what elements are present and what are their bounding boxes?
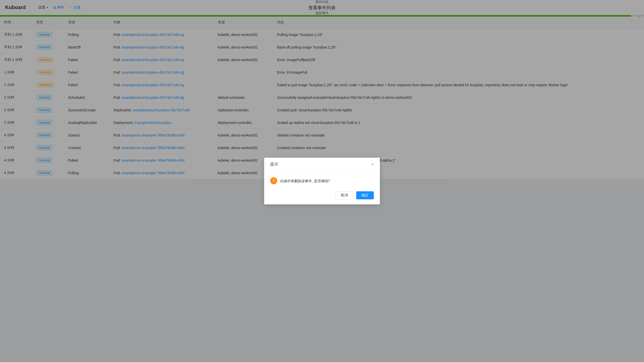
confirm-dialog: 提示 × ! 此操作将删除该事件, 是否继续? 取消 确定: [264, 158, 380, 179]
dialog-close-button[interactable]: ×: [371, 162, 374, 167]
modal-overlay[interactable]: 提示 × ! 此操作将删除该事件, 是否继续? 取消 确定: [0, 0, 644, 179]
dialog-message: 此操作将删除该事件, 是否继续?: [280, 177, 330, 179]
warning-icon: !: [270, 177, 277, 179]
dialog-title: 提示: [270, 162, 278, 167]
dialog-header: 提示 ×: [264, 158, 380, 171]
dialog-body: ! 此操作将删除该事件, 是否继续?: [264, 171, 380, 179]
